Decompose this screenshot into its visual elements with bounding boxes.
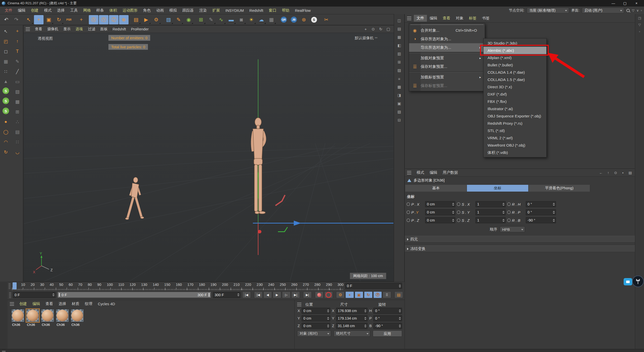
keyframe-dot-icon[interactable] [407,210,410,214]
minimize-button[interactable]: — [608,0,619,7]
grid-icon[interactable]: ⊞ [13,108,22,116]
bend-deformer-icon[interactable]: ∿ [216,15,226,24]
file-menu-item[interactable] [409,71,485,72]
menu-tearoff-strip[interactable] [411,24,483,25]
s-badge-icon[interactable]: S [3,98,9,104]
spinner-icon[interactable] [237,292,239,298]
keyframe-selection-button[interactable]: ⚙ [336,291,345,298]
next-key-button[interactable]: ▶| [291,291,300,298]
grip-icon[interactable] [2,350,6,351]
collapsed-section-header[interactable]: 四元 [405,236,635,243]
menu-item[interactable]: 工具 [67,7,80,14]
camera-label[interactable]: 默认摄像机°° [355,36,378,40]
dots-icon[interactable]: ∴ [13,118,22,126]
viewport-menu-item[interactable]: 过滤 [86,26,98,32]
filter-icon[interactable]: ▽ [632,9,634,12]
size-input[interactable]: 31.148 cm [336,323,368,329]
menu-item[interactable]: 样条 [94,7,107,14]
keyframe-dot-icon[interactable] [507,218,511,222]
spinner-icon[interactable] [364,316,367,321]
menu-item[interactable]: 文件 [2,7,15,14]
menu-item[interactable]: 窗口 [266,7,279,14]
current-frame-input[interactable]: 0 F [345,283,402,289]
material-item[interactable]: Ch36 [11,309,25,327]
export-format-item[interactable]: Allplan (*.xml) [484,54,546,61]
search-icon[interactable] [626,9,630,12]
walking-figure[interactable] [125,177,144,220]
subdivision-surface-icon[interactable]: ◉ [184,15,193,24]
edges-mode-icon[interactable]: ╱ [13,67,22,76]
lock-z-axis-icon[interactable]: Ⓩ [109,15,118,24]
dots-icon[interactable]: ∷ [13,138,22,146]
size-input[interactable]: 176.938 cm [336,308,368,314]
magnet-tool-icon[interactable]: ◡ [13,148,22,156]
rotation-input[interactable]: 0 ° [526,209,556,215]
start-frame-input[interactable]: 0 F [13,292,56,298]
material-thumbnail[interactable] [71,309,84,322]
axis-arrow[interactable] [294,221,301,226]
goto-start-button[interactable]: |◀ [242,291,251,298]
menu-item[interactable]: 创建 [28,7,41,14]
render-to-picture-icon[interactable]: ▶ [141,15,151,24]
sphere-badge-icon[interactable]: ● [1,118,10,126]
text-tool-icon[interactable]: T [13,47,22,56]
camera-settings-icon[interactable]: °° [375,37,378,40]
object-manager-menu-item[interactable]: 对象 [453,15,466,22]
timeline-playhead[interactable] [13,282,17,289]
zoom-view-icon[interactable]: ⊙ [370,26,377,32]
material-thumbnail[interactable] [41,309,54,322]
node-space-select[interactable]: 当前 (标准/物理) [527,8,569,13]
material-item[interactable]: Ch36 [56,309,69,327]
points-mode-icon[interactable]: ∷ [1,67,10,76]
size-input[interactable]: 179.134 cm [336,315,368,321]
spinner-icon[interactable] [502,217,505,223]
chevron-down-icon[interactable]: ∨ [636,9,639,12]
menu-item[interactable]: 跟踪器 [180,7,196,14]
side-palette-icon[interactable]: ⊞ [396,59,403,65]
workplane-icon[interactable]: ▭ [13,77,22,86]
side-palette-icon[interactable]: ⊟ [396,117,403,123]
next-frame-button[interactable]: ▷ [282,291,291,298]
right-strip-icon[interactable]: ▫ [639,30,640,33]
spinner-icon[interactable] [553,217,555,223]
viewport-menu-item[interactable]: 查看 [32,26,45,32]
axis-origin-handle[interactable] [258,230,261,233]
spinner-icon[interactable] [452,209,454,215]
spinner-icon[interactable] [52,292,55,298]
export-format-item[interactable]: Direct 3D (*.x) [484,83,546,91]
viewport-menu-item[interactable]: Redshift [110,26,129,32]
material-grid-icon[interactable]: ▦ [267,15,276,24]
menu-item[interactable]: 渲染 [196,7,210,14]
export-format-item[interactable]: Redshift Proxy (*.rs) [484,120,546,127]
light-icon[interactable]: ☀ [247,15,256,24]
panel-menu-icon[interactable] [407,17,411,20]
prev-key-button[interactable]: |◀ [254,291,263,298]
export-format-item[interactable]: Illustrator (*.ai) [484,105,546,112]
material-thumbnail[interactable] [11,309,24,322]
rotation-input[interactable]: -90 ° [373,323,402,329]
export-format-item[interactable]: STL (*.stl) [484,127,546,134]
side-palette-icon[interactable]: ◫ [396,18,403,24]
menu-item-export-selected-as[interactable]: 导出所选对象为... ▸ [409,43,485,52]
scale-input[interactable]: 1 [475,209,506,215]
attribute-tab[interactable]: 坐标 [467,185,529,192]
lasso-tool-icon[interactable]: ◠ [1,138,10,146]
rotate-gizmo-band[interactable] [275,195,285,206]
viewport-menu-item[interactable]: 摄像机 [45,26,61,32]
focus-icon[interactable]: ⊙ [613,171,618,175]
redo-icon[interactable]: ↷ [12,15,21,24]
export-format-item[interactable]: 体积 (*.vdb) [484,149,546,156]
pan-view-icon[interactable]: + [362,26,369,32]
menu-item[interactable]: 动画 [153,7,167,14]
arrow-up-icon[interactable]: ↑ [13,37,22,46]
viewport-menu-item[interactable]: 选项 [73,26,86,32]
viewport-menu-item[interactable]: 显示 [61,26,73,32]
side-palette-icon[interactable]: ◨ [396,92,403,98]
object-manager-menu-item[interactable]: 查看 [440,15,453,22]
primitive-cube-icon[interactable]: ▧ [164,15,173,24]
prev-frame-button[interactable]: ◀ [263,291,272,298]
spinner-icon[interactable] [399,283,401,289]
material-menu-item[interactable]: 选择 [56,300,69,307]
menu-item[interactable]: 扩展 [210,7,223,14]
spinner-icon[interactable] [553,209,555,215]
